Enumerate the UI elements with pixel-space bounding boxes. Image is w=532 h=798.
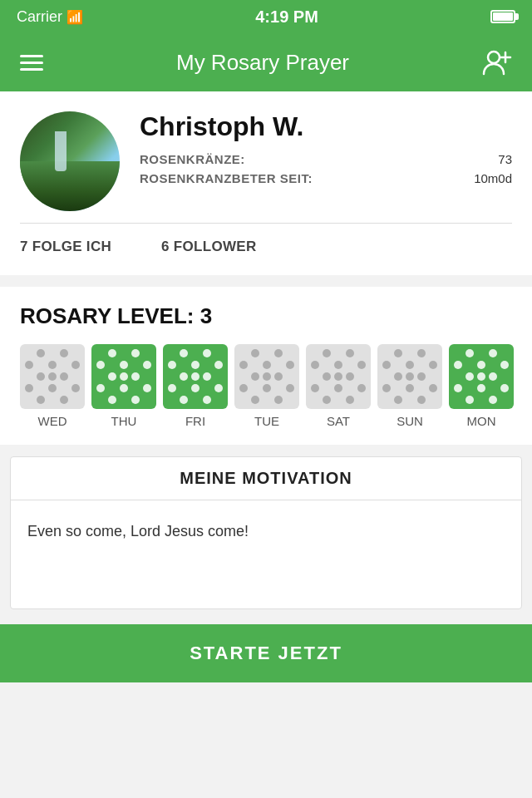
profile-section: Christoph W. ROSENKRÄNZE: 73 ROSENKRANZB… (0, 91, 532, 275)
time-label: 4:19 PM (255, 7, 318, 27)
menu-button[interactable] (20, 55, 43, 71)
folge-ich[interactable]: 7 FOLGE ICH (20, 239, 111, 255)
day-tile-fri: FRI (163, 344, 228, 428)
day-label-sat: SAT (327, 414, 350, 428)
day-tiles-container: WEDTHUFRITUESATSUNMON (20, 344, 512, 428)
follower[interactable]: 6 FOLLOWER (161, 239, 256, 255)
tile-box-sat[interactable] (306, 344, 371, 409)
tile-box-mon[interactable] (449, 344, 514, 409)
day-tile-wed: WED (20, 344, 85, 428)
add-person-button[interactable] (482, 47, 512, 77)
rosenkraenze-value: 73 (498, 152, 512, 166)
tile-box-fri[interactable] (163, 344, 228, 409)
rosary-level-section: ROSARY LEVEL: 3 WEDTHUFRITUESATSUNMON (0, 287, 532, 445)
status-bar: Carrier 📶 4:19 PM (0, 0, 532, 33)
tile-box-sun[interactable] (377, 344, 442, 409)
rosary-level-title: ROSARY LEVEL: 3 (20, 303, 512, 329)
motivation-body: Even so come, Lord Jesus come! (11, 500, 521, 608)
profile-name: Christoph W. (140, 111, 512, 142)
day-tile-tue: TUE (234, 344, 299, 428)
day-label-sun: SUN (397, 414, 423, 428)
tile-box-wed[interactable] (20, 344, 85, 409)
day-tile-sun: SUN (377, 344, 442, 428)
day-label-wed: WED (38, 414, 67, 428)
day-label-mon: MON (467, 414, 496, 428)
seit-value: 10m0d (474, 171, 512, 185)
motivation-text: Even so come, Lord Jesus come! (27, 520, 505, 543)
motivation-header: MEINE MOTIVATION (11, 457, 521, 500)
day-tile-sat: SAT (306, 344, 371, 428)
tile-box-thu[interactable] (91, 344, 156, 409)
battery-indicator (490, 10, 515, 23)
start-button[interactable]: STARTE JETZT (0, 624, 532, 682)
day-label-thu: THU (111, 414, 137, 428)
seit-label: ROSENKRANZBETER SEIT: (140, 171, 313, 185)
app-header: My Rosary Prayer (0, 33, 532, 91)
avatar (20, 111, 120, 211)
tile-box-tue[interactable] (234, 344, 299, 409)
motivation-section: MEINE MOTIVATION Even so come, Lord Jesu… (10, 456, 522, 609)
follow-stats: 7 FOLGE ICH 6 FOLLOWER (20, 235, 512, 262)
carrier-label: Carrier 📶 (17, 8, 83, 26)
app-title: My Rosary Prayer (176, 50, 349, 76)
day-label-fri: FRI (185, 414, 205, 428)
wifi-icon: 📶 (66, 10, 83, 24)
rosenkraenze-label: ROSENKRÄNZE: (140, 152, 245, 166)
day-tile-thu: THU (91, 344, 156, 428)
profile-info: Christoph W. ROSENKRÄNZE: 73 ROSENKRANZB… (140, 111, 512, 190)
day-tile-mon: MON (449, 344, 514, 428)
day-label-tue: TUE (254, 414, 279, 428)
svg-point-0 (488, 52, 500, 63)
